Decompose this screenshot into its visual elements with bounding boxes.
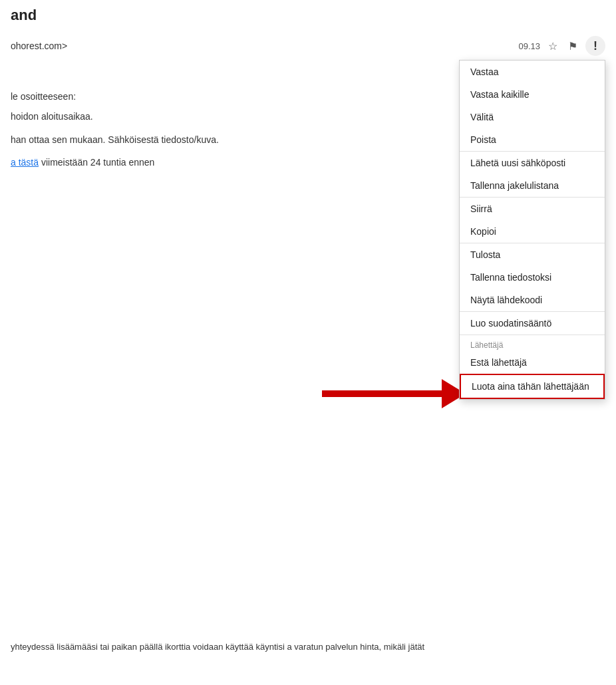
- menu-section-basic: Vastaa Vastaa kaikille Välitä Poista: [460, 61, 605, 152]
- menu-item-reply[interactable]: Vastaa: [460, 61, 605, 83]
- email-actions-right: 09.13 ☆ ⚑ !: [518, 36, 605, 56]
- menu-item-trust-sender[interactable]: Luota aina tähän lähettäjään: [460, 374, 605, 399]
- menu-item-delete[interactable]: Poista: [460, 128, 605, 151]
- menu-item-reply-all[interactable]: Vastaa kaikille: [460, 83, 605, 106]
- red-arrow: [322, 379, 466, 408]
- menu-item-send-new[interactable]: Lähetä uusi sähköposti: [460, 152, 605, 174]
- arrow-line: [322, 390, 442, 397]
- email-header-row: ohorest.com> 09.13 ☆ ⚑ !: [0, 31, 616, 61]
- menu-item-copy[interactable]: Kopioi: [460, 220, 605, 243]
- menu-section-move: Siirrä Kopioi: [460, 198, 605, 243]
- menu-item-create-filter[interactable]: Luo suodatinsääntö: [460, 312, 605, 335]
- sender-section-label: Lähettäjä: [460, 335, 605, 351]
- email-time: 09.13: [518, 41, 540, 51]
- page-title: and: [0, 0, 616, 31]
- bookmark-button[interactable]: ⚑: [565, 39, 580, 54]
- body-text-suffix: viimeistään 24 tuntia ennen: [41, 157, 154, 168]
- more-button[interactable]: !: [585, 36, 605, 56]
- menu-item-save-file[interactable]: Tallenna tiedostoksi: [460, 266, 605, 289]
- body-link[interactable]: a tästä: [11, 157, 39, 168]
- menu-section-filter: Luo suodatinsääntö: [460, 312, 605, 335]
- arrow-annotation: [0, 379, 466, 408]
- email-sender: ohorest.com>: [11, 41, 67, 51]
- menu-item-print[interactable]: Tulosta: [460, 243, 605, 266]
- star-button[interactable]: ☆: [545, 39, 560, 54]
- menu-section-send: Lähetä uusi sähköposti Tallenna jakeluli…: [460, 152, 605, 198]
- menu-item-move[interactable]: Siirrä: [460, 198, 605, 220]
- email-footer: yhteydessä lisäämääsi tai paikan päällä …: [0, 630, 616, 665]
- menu-item-save-list[interactable]: Tallenna jakelulistana: [460, 174, 605, 197]
- dropdown-menu: Vastaa Vastaa kaikille Välitä Poista Läh…: [459, 60, 605, 400]
- menu-section-file: Tulosta Tallenna tiedostoksi Näytä lähde…: [460, 243, 605, 312]
- menu-item-forward[interactable]: Välitä: [460, 106, 605, 128]
- menu-item-view-source[interactable]: Näytä lähdekoodi: [460, 289, 605, 311]
- menu-section-sender: Lähettäjä Estä lähettäjä Luota aina tähä…: [460, 335, 605, 399]
- menu-item-block-sender[interactable]: Estä lähettäjä: [460, 351, 605, 374]
